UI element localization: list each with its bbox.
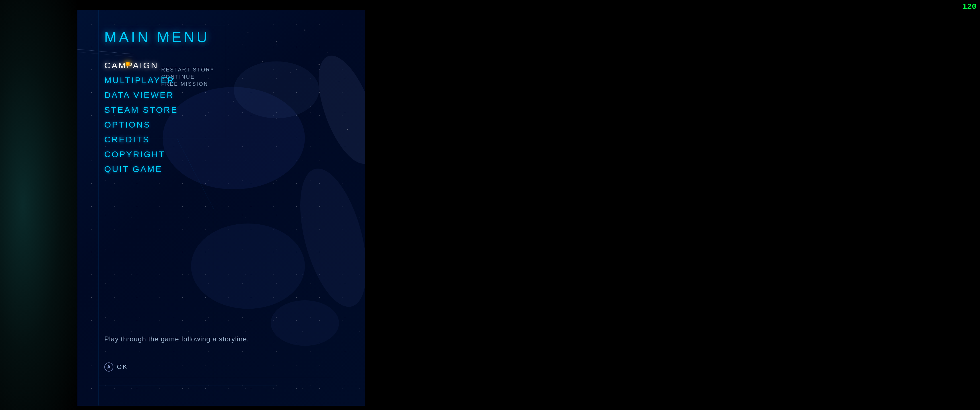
bottom-action: A OK: [104, 362, 128, 372]
panel-content: MAIN MENU CAMPAIGN RESTART STORY CONTINU…: [77, 10, 365, 176]
multiplayer-button[interactable]: MULTIPLAYER: [104, 73, 175, 87]
steam-store-button[interactable]: STEAM STORE: [104, 103, 178, 117]
main-panel: MAIN MENU CAMPAIGN RESTART STORY CONTINU…: [77, 10, 365, 406]
menu-item-multiplayer: MULTIPLAYER: [104, 73, 365, 87]
menu-item-data-viewer: DATA VIEWER: [104, 88, 365, 102]
data-viewer-button[interactable]: DATA VIEWER: [104, 88, 174, 102]
main-menu-title: MAIN MENU: [104, 29, 365, 46]
bg-left: [0, 0, 77, 410]
menu-item-steam-store: STEAM STORE: [104, 103, 365, 117]
ok-icon: A: [104, 362, 113, 372]
copyright-button[interactable]: COPYRIGHT: [104, 147, 165, 161]
description-section: Play through the game following a storyl…: [104, 335, 353, 343]
active-indicator-dot: [126, 62, 130, 66]
credits-button[interactable]: CREDITS: [104, 132, 150, 147]
ok-label: OK: [117, 363, 128, 371]
menu-item-copyright: COPYRIGHT: [104, 147, 365, 161]
quit-game-button[interactable]: QUIT GAME: [104, 162, 162, 176]
menu-item-quit-game: QUIT GAME: [104, 162, 365, 176]
menu-item-credits: CREDITS: [104, 132, 365, 147]
menu-item-campaign: CAMPAIGN RESTART STORY CONTINUE FREE MIS…: [104, 58, 365, 73]
menu-item-options: OPTIONS: [104, 118, 365, 132]
fps-counter: 120: [963, 2, 977, 11]
description-text: Play through the game following a storyl…: [104, 335, 353, 343]
options-button[interactable]: OPTIONS: [104, 118, 151, 132]
restart-story-button[interactable]: RESTART STORY: [161, 67, 215, 73]
campaign-button[interactable]: CAMPAIGN: [104, 58, 158, 73]
menu-items-list: CAMPAIGN RESTART STORY CONTINUE FREE MIS…: [104, 58, 365, 176]
